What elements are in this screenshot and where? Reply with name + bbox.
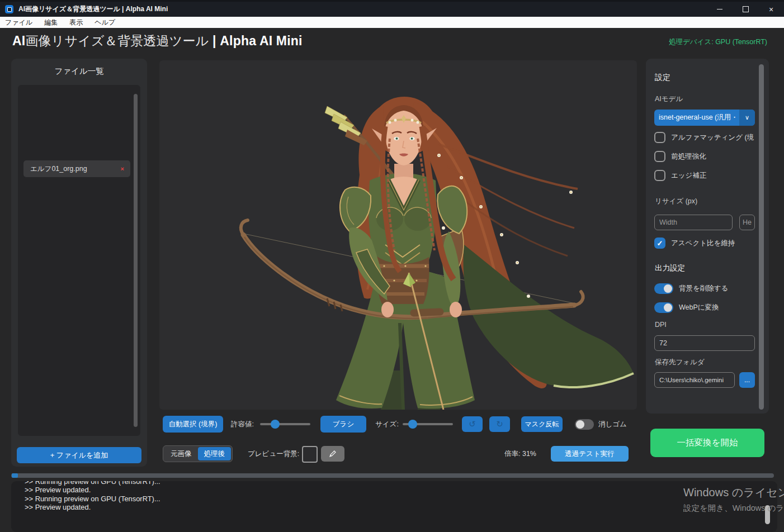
view-segmented-control: 元画像 処理後	[163, 445, 233, 462]
dpi-label: DPI	[655, 321, 667, 329]
invert-mask-button[interactable]: マスク反転	[521, 416, 563, 432]
keep-aspect-row: ✓ アスペクト比を維持	[654, 238, 735, 249]
pick-color-button[interactable]	[321, 446, 344, 462]
tolerance-slider[interactable]	[260, 416, 310, 433]
log-scrollbar[interactable]	[765, 505, 770, 524]
size-slider[interactable]	[403, 416, 453, 433]
tolerance-slider-track	[260, 423, 310, 425]
file-list-scrollbar[interactable]	[134, 94, 138, 427]
log-line: >> Running preview on GPU (TensorRT)...	[25, 481, 160, 486]
eraser-toggle[interactable]	[575, 419, 594, 430]
remove-bg-toggle-knob	[664, 284, 672, 293]
webp-row: WebPに変換	[654, 302, 719, 313]
size-slider-thumb[interactable]	[408, 420, 417, 429]
undo-button[interactable]: ↺	[462, 416, 483, 432]
page-title: AI画像リサイズ＆背景透過ツール | Alpha AI Mini	[12, 32, 303, 50]
log-line: >> Preview updated.	[25, 503, 160, 511]
chevron-down-icon: ∨	[739, 110, 755, 126]
horizontal-scrollbar-thumb[interactable]	[12, 473, 18, 478]
menu-edit[interactable]: 編集	[44, 18, 58, 27]
log-output: >> Running preview on GPU (TensorRT)... …	[11, 481, 777, 532]
settings-scrollbar[interactable]	[759, 64, 764, 410]
brush-button[interactable]: ブラシ	[320, 416, 366, 433]
log-line: >> Preview updated.	[25, 486, 160, 494]
redo-button[interactable]: ↻	[489, 416, 510, 432]
preview-image	[159, 60, 637, 410]
menu-help[interactable]: ヘルプ	[95, 18, 115, 27]
tolerance-label: 許容値:	[231, 416, 254, 433]
remove-bg-toggle[interactable]	[654, 283, 673, 294]
file-panel-title: ファイル一覧	[11, 66, 147, 77]
file-list-item[interactable]: エルフ01_org.png ×	[23, 160, 130, 177]
close-icon: ×	[769, 6, 773, 13]
app-icon	[5, 5, 13, 13]
settings-panel: 設定 AIモデル isnet-general-use (汎用・ ∨ ✓ アルファ…	[646, 59, 769, 414]
save-folder-input[interactable]	[654, 372, 735, 388]
preprocess-checkbox[interactable]: ✓	[654, 151, 665, 162]
add-files-button[interactable]: + ファイルを追加	[17, 447, 141, 463]
preview-bg-swatch[interactable]	[302, 446, 318, 463]
preview-bg-label: プレビュー背景:	[248, 445, 299, 462]
width-input[interactable]	[654, 215, 733, 230]
remove-bg-row: 背景を削除する	[654, 283, 728, 294]
browse-folder-button[interactable]: ...	[739, 372, 755, 388]
alpha-matting-checkbox[interactable]: ✓	[654, 132, 665, 143]
menu-file[interactable]: ファイル	[5, 18, 32, 27]
undo-icon: ↺	[469, 419, 476, 429]
zoom-value: 31%	[522, 450, 536, 458]
zoom-label: 倍率: 31%	[504, 445, 536, 462]
view-original-button[interactable]: 元画像	[164, 447, 198, 460]
processing-device-label: 処理デバイス: GPU (TensorRT)	[669, 37, 767, 47]
close-button[interactable]: ×	[758, 2, 784, 17]
menubar: ファイル 編集 表示 ヘルプ	[0, 17, 784, 28]
model-select-value: isnet-general-use (汎用・	[654, 113, 739, 122]
webp-toggle[interactable]	[654, 302, 673, 313]
pencil-icon	[329, 450, 337, 458]
preprocess-row: ✓ 前処理強化	[654, 151, 706, 162]
app-window: AI画像リサイズ＆背景透過ツール | Alpha AI Mini × ファイル …	[0, 0, 784, 532]
auto-select-button[interactable]: 自動選択 (境界)	[163, 416, 223, 433]
menu-view[interactable]: 表示	[69, 18, 83, 27]
alpha-matting-row: ✓ アルファマッティング (境	[654, 132, 754, 143]
horizontal-scrollbar[interactable]	[11, 473, 774, 478]
save-folder-label: 保存先フォルダ	[655, 358, 705, 367]
model-label: AIモデル	[655, 94, 683, 104]
edge-correction-row: ✓ エッジ補正	[654, 170, 706, 181]
remove-file-icon[interactable]: ×	[121, 165, 124, 172]
file-list: エルフ01_org.png ×	[18, 85, 140, 436]
settings-title: 設定	[655, 73, 670, 83]
resize-label: リサイズ (px)	[655, 197, 697, 206]
maximize-button[interactable]	[733, 2, 758, 17]
height-input[interactable]	[739, 215, 755, 230]
minimize-button[interactable]	[707, 2, 733, 17]
size-label: サイズ:	[375, 416, 399, 433]
output-settings-title: 出力設定	[655, 263, 685, 273]
view-processed-button[interactable]: 処理後	[198, 447, 232, 460]
eraser-toggle-knob	[576, 420, 584, 429]
log-line: >> Running preview on GPU (TensorRT)...	[25, 495, 160, 503]
maximize-icon	[743, 6, 749, 12]
tolerance-slider-thumb[interactable]	[271, 420, 280, 429]
minimize-icon	[717, 9, 722, 10]
webp-toggle-knob	[664, 303, 672, 312]
titlebar: AI画像リサイズ＆背景透過ツール | Alpha AI Mini ×	[0, 2, 784, 17]
keep-aspect-checkbox[interactable]: ✓	[654, 238, 665, 249]
redo-icon: ↻	[496, 419, 503, 429]
check-icon: ✓	[657, 239, 663, 248]
dpi-input[interactable]	[654, 335, 755, 351]
file-name: エルフ01_org.png	[30, 164, 87, 174]
transparency-test-button[interactable]: 透過テスト実行	[551, 446, 629, 462]
window-title: AI画像リサイズ＆背景透過ツール | Alpha AI Mini	[18, 4, 168, 14]
start-batch-button[interactable]: 一括変換を開始	[650, 429, 764, 457]
eraser-label: 消しゴム	[598, 416, 627, 433]
preview-canvas[interactable]	[159, 60, 637, 410]
file-panel: ファイル一覧 エルフ01_org.png × + ファイルを追加	[11, 59, 147, 467]
edge-correction-checkbox[interactable]: ✓	[654, 170, 665, 181]
model-select[interactable]: isnet-general-use (汎用・ ∨	[654, 110, 755, 126]
